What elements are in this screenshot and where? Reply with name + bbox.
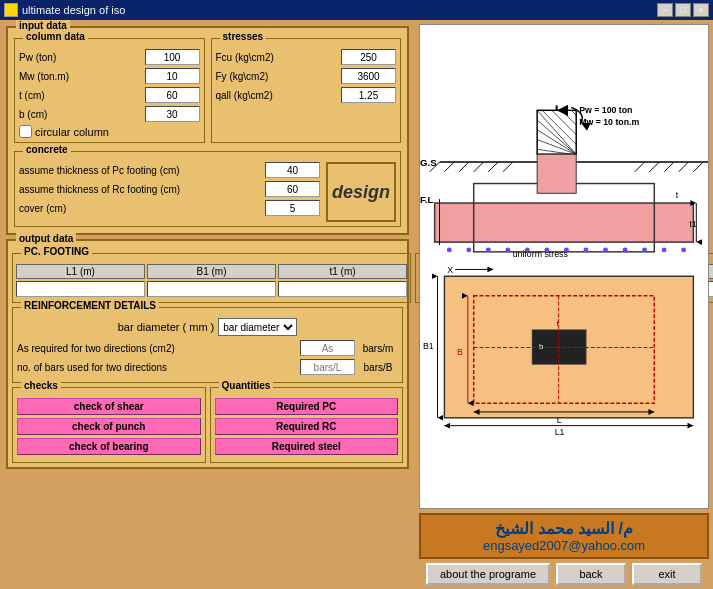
as-value[interactable] xyxy=(300,340,355,356)
required-rc-button[interactable]: Required RC xyxy=(215,418,399,435)
svg-point-47 xyxy=(681,247,686,252)
svg-text:L: L xyxy=(557,415,562,425)
bars-l-value[interactable] xyxy=(300,359,355,375)
svg-line-24 xyxy=(679,162,689,172)
svg-point-42 xyxy=(584,247,589,252)
bars-b-unit: bars/B xyxy=(358,362,398,373)
b-row: b (cm) xyxy=(19,106,200,122)
svg-line-21 xyxy=(635,162,645,172)
output-data-label: output data xyxy=(16,233,76,244)
rc-thickness-input[interactable] xyxy=(265,181,320,197)
rc-thickness-label: assume thickness of Rc footing (cm) xyxy=(19,184,265,195)
pw-label: Pw (ton) xyxy=(19,52,145,63)
maximize-button[interactable]: □ xyxy=(675,3,691,17)
svg-line-23 xyxy=(664,162,674,172)
svg-point-41 xyxy=(564,247,569,252)
svg-line-8 xyxy=(562,110,577,125)
checks-box: checks check of shear check of punch che… xyxy=(12,387,206,463)
pc-t1-header: t1 (m) xyxy=(278,264,407,279)
b-label: b (cm) xyxy=(19,109,145,120)
as-row2-label: no. of bars used for two directions xyxy=(17,362,297,373)
mw-input[interactable] xyxy=(145,68,200,84)
svg-point-46 xyxy=(662,247,667,252)
as-row1: As required for two directions (cm2) bar… xyxy=(17,340,398,356)
pc-b1-value[interactable] xyxy=(147,281,276,297)
pc-l1-header: L1 (m) xyxy=(16,264,145,279)
stresses-label: stresses xyxy=(220,31,267,42)
pc-thickness-row: assume thickness of Pc footing (cm) xyxy=(19,162,320,178)
author-arabic: م/ السيد محمد الشيخ xyxy=(425,519,703,538)
svg-point-36 xyxy=(466,247,471,252)
svg-text:B1: B1 xyxy=(423,341,434,351)
concrete-label: concrete xyxy=(23,144,71,155)
svg-text:uniform stress: uniform stress xyxy=(513,249,569,259)
check-shear-button[interactable]: check of shear xyxy=(17,398,201,415)
svg-text:Mw = 10 ton.m: Mw = 10 ton.m xyxy=(579,117,639,127)
svg-point-43 xyxy=(603,247,608,252)
pc-footing-label: PC. FOOTING xyxy=(21,246,92,257)
svg-line-1 xyxy=(537,110,576,154)
bottom-buttons: about the programe back exit xyxy=(419,563,709,585)
circular-checkbox[interactable] xyxy=(19,125,32,138)
t-row: t (cm) xyxy=(19,87,200,103)
reinforcement-label: REINFORCEMENT DETAILS xyxy=(21,300,159,311)
check-bearing-button[interactable]: check of bearing xyxy=(17,438,201,455)
window-title: ultimate design of iso xyxy=(22,4,125,16)
svg-point-44 xyxy=(623,247,628,252)
cover-label: cover (cm) xyxy=(19,203,265,214)
qall-input[interactable] xyxy=(341,87,396,103)
required-steel-button[interactable]: Required steel xyxy=(215,438,399,455)
cover-input[interactable] xyxy=(265,200,320,216)
concrete-box: concrete assume thickness of Pc footing … xyxy=(14,151,401,227)
fcu-row: Fcu (kg\cm2) xyxy=(216,49,397,65)
fy-row: Fy (kg\cm2) xyxy=(216,68,397,84)
close-button[interactable]: × xyxy=(693,3,709,17)
svg-line-17 xyxy=(459,162,469,172)
fy-input[interactable] xyxy=(341,68,396,84)
check-punch-button[interactable]: check of punch xyxy=(17,418,201,435)
svg-text:t1: t1 xyxy=(689,219,696,229)
svg-text:F.L: F.L xyxy=(420,194,434,205)
checks-label: checks xyxy=(21,380,61,391)
circular-row: circular column xyxy=(19,125,200,138)
quantities-box: Quantities Required PC Required RC Requi… xyxy=(210,387,404,463)
qall-row: qall (kg\cm2) xyxy=(216,87,397,103)
pw-input[interactable] xyxy=(145,49,200,65)
column-data-label: column data xyxy=(23,31,88,42)
pw-row: Pw (ton) xyxy=(19,49,200,65)
mw-row: Mw (ton.m) xyxy=(19,68,200,84)
bar-diameter-select[interactable]: bar diameter 8 10 12 16 18 20 22 25 xyxy=(218,318,297,336)
back-button[interactable]: back xyxy=(556,563,626,585)
title-bar: ultimate design of iso − □ × xyxy=(0,0,713,20)
t-input[interactable] xyxy=(145,87,200,103)
minimize-button[interactable]: − xyxy=(657,3,673,17)
pc-l1-value[interactable] xyxy=(16,281,145,297)
output-data-group: output data PC. FOOTING L1 (m) B1 (m) t1… xyxy=(6,239,409,469)
exit-button[interactable]: exit xyxy=(632,563,702,585)
bar-diam-label: bar diameter ( mm ) xyxy=(118,321,215,333)
svg-text:X: X xyxy=(447,265,453,275)
rc-thickness-row: assume thickness of Rc footing (cm) xyxy=(19,181,320,197)
fcu-input[interactable] xyxy=(341,49,396,65)
svg-rect-28 xyxy=(537,154,576,193)
svg-point-40 xyxy=(544,247,549,252)
svg-text:B: B xyxy=(457,347,463,357)
svg-point-37 xyxy=(486,247,491,252)
design-button[interactable]: design xyxy=(326,162,396,222)
svg-text:b: b xyxy=(539,342,544,351)
as-row2: no. of bars used for two directions bars… xyxy=(17,359,398,375)
author-email: engsayed2007@yahoo.com xyxy=(425,538,703,553)
svg-point-38 xyxy=(505,247,510,252)
pc-t1-value[interactable] xyxy=(278,281,407,297)
author-box: م/ السيد محمد الشيخ engsayed2007@yahoo.c… xyxy=(419,513,709,559)
reinforcement-section: REINFORCEMENT DETAILS bar diameter ( mm … xyxy=(12,307,403,383)
pc-thickness-input[interactable] xyxy=(265,162,320,178)
required-pc-button[interactable]: Required PC xyxy=(215,398,399,415)
svg-text:t: t xyxy=(676,190,679,200)
about-button[interactable]: about the programe xyxy=(426,563,550,585)
app-icon xyxy=(4,3,18,17)
b-input[interactable] xyxy=(145,106,200,122)
svg-line-20 xyxy=(503,162,513,172)
quantities-label: Quantities xyxy=(219,380,274,391)
svg-line-22 xyxy=(649,162,659,172)
